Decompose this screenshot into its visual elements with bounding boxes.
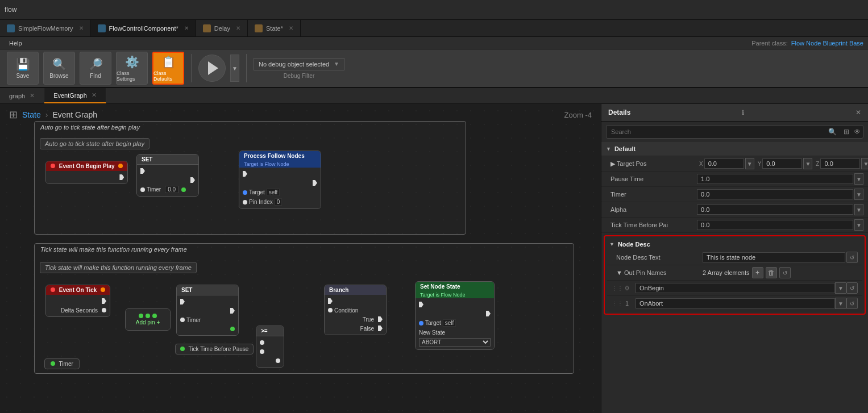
tab-close-flow-ctrl[interactable]: ✕ [184, 25, 189, 31]
pin-index-row: Pin Index 0 [239, 197, 321, 207]
grid-view-icon[interactable]: ⊞ [841, 126, 852, 138]
timer2-out [177, 324, 238, 333]
abort-select[interactable]: ABORT [416, 337, 494, 348]
x-spin[interactable]: ▼ [745, 158, 754, 169]
tab-close-delay[interactable]: ✕ [236, 25, 240, 31]
eye-icon[interactable]: 👁 [852, 126, 863, 138]
alpha-spin[interactable]: ▼ [854, 204, 863, 215]
target-val: self [267, 189, 280, 196]
add-circle-3 [152, 314, 157, 318]
node-event-begin-play[interactable]: Event On Begin Play [45, 161, 128, 184]
prop-timer: Timer ▼ [601, 187, 868, 202]
class-defaults-button[interactable]: 📋 Class Defaults [152, 52, 184, 85]
tab-event-graph[interactable]: EventGraph ✕ [44, 88, 106, 103]
process-subtitle: Target is Flow Node [239, 161, 321, 168]
details-close[interactable]: ✕ [855, 109, 861, 116]
add-pin-label[interactable]: Add pin + [129, 319, 167, 326]
pin-0-reset[interactable]: ↺ [846, 282, 858, 294]
prop-tick-time-value: ▼ [697, 219, 863, 231]
timer-bottom-node[interactable]: Timer [44, 358, 80, 369]
set-timer-pin: Timer 0.0 [137, 185, 198, 194]
prop-alpha-label: Alpha [606, 206, 697, 213]
node-branch-header: Branch [325, 285, 386, 295]
browse-button[interactable]: 🔍 Browse [43, 52, 75, 85]
y-spin[interactable]: ▼ [803, 158, 812, 169]
prop-node-desc-text-label: Node Desc Text [612, 254, 703, 261]
node-branch[interactable]: Branch Condition True False [324, 285, 387, 335]
exec-out [313, 180, 317, 186]
debug-object-select[interactable]: No debug object selected ▼ [254, 58, 344, 70]
timer-spin[interactable]: ▼ [854, 189, 863, 200]
node-set[interactable]: SET Timer 0.0 [136, 154, 199, 197]
menu-help[interactable]: Help [5, 40, 27, 47]
save-button[interactable]: 💾 Save [7, 52, 39, 85]
node-tick-before-pause[interactable]: Tick Time Before Pause [175, 344, 254, 354]
setstate-target-dot [419, 321, 423, 326]
out-pin-names-value: 2 Array elements + 🗑 ↺ [703, 267, 858, 278]
comment-inner-2: Tick state will make this function runni… [40, 262, 197, 273]
abort-dropdown[interactable]: ABORT [419, 338, 491, 347]
tab-graph[interactable]: graph ✕ [0, 88, 44, 103]
tab-graph-close[interactable]: ✕ [30, 92, 35, 99]
comment-text-2: Tick state will make this function runni… [35, 244, 574, 255]
xyz-x-group: X ▼ [697, 158, 754, 169]
gte-out-dot [276, 358, 280, 363]
search-bar[interactable]: 🔍 ⊞ 👁 [606, 125, 863, 139]
tab-icon-flow-ctrl [98, 24, 106, 32]
tab-simple-flow[interactable]: SimpleFlowMemory ✕ [0, 20, 91, 36]
pin-1-reset[interactable]: ↺ [846, 298, 858, 309]
tick-time-spin[interactable]: ▼ [854, 219, 863, 231]
node-set-2[interactable]: SET Timer [176, 285, 239, 336]
tab-flow-ctrl[interactable]: FlowControllComponent* ✕ [91, 20, 196, 36]
node-set-node-state[interactable]: Set Node State Target is Flow Node Targe… [415, 281, 495, 350]
graph-canvas[interactable]: ⊞ State › Event Graph Zoom -4 Auto go to… [0, 104, 601, 413]
prop-pause-time-value: ▼ [697, 173, 863, 185]
tick-time-input[interactable] [697, 220, 853, 230]
pause-time-spin[interactable]: ▼ [854, 173, 863, 185]
node-gte-header: >= [256, 326, 284, 336]
node-add-pin[interactable]: Add pin + [125, 308, 171, 331]
timer-input[interactable] [697, 189, 853, 199]
z-spin[interactable]: ▼ [861, 158, 868, 169]
pin-1-input[interactable] [636, 298, 835, 308]
alpha-input[interactable] [697, 205, 853, 215]
node-setstate-body: Target self New State ABORT [416, 298, 494, 349]
delete-pin-btn[interactable]: 🗑 [766, 267, 777, 278]
node-desc-text-reset[interactable]: ↺ [846, 252, 858, 263]
find-button[interactable]: 🔎 Find [80, 52, 111, 85]
play-button[interactable] [198, 55, 226, 82]
class-settings-button[interactable]: ⚙️ Class Settings [116, 52, 148, 85]
tab-state[interactable]: State* ✕ [248, 20, 301, 36]
node-event-tick[interactable]: Event On Tick Delta Seconds [45, 285, 110, 317]
section-default[interactable]: ▼ Default [601, 142, 868, 156]
target-pos-z[interactable] [820, 158, 860, 169]
pin-0-dropdown[interactable]: ▼ [835, 282, 846, 294]
exec2-out [230, 308, 235, 314]
debug-select-arrow: ▼ [334, 61, 339, 67]
node-process-follow[interactable]: Process Follow Nodes Target is Flow Node… [239, 151, 321, 209]
tab-close-state[interactable]: ✕ [289, 25, 293, 31]
details-title: Details [608, 109, 630, 116]
pin-0-input[interactable] [636, 283, 835, 293]
parent-class-label: Parent class: [751, 40, 788, 47]
prop-tick-time-label: Tick Time Before Pai [606, 222, 697, 228]
tab-event-graph-close[interactable]: ✕ [92, 91, 97, 99]
search-input[interactable] [607, 126, 824, 137]
node-desc-text-input[interactable] [703, 252, 845, 262]
setstate-target: Target self [416, 318, 494, 328]
prop-pause-time: Pause Time ▼ [601, 172, 868, 187]
play-dropdown[interactable]: ▼ [230, 55, 239, 82]
tab-close-simple-flow[interactable]: ✕ [79, 25, 84, 31]
target-pos-y[interactable] [762, 158, 802, 169]
event-dot-2 [118, 164, 123, 168]
pin-1-dropdown[interactable]: ▼ [835, 298, 846, 309]
node-gte[interactable]: >= [256, 326, 284, 368]
pin-1-row: ⋮⋮ 1 ▼ ↺ [607, 296, 862, 311]
add-pin-btn[interactable]: + [752, 267, 763, 278]
pin-reset-btn[interactable]: ↺ [779, 267, 791, 278]
process-exec-in [239, 169, 321, 178]
pause-time-input[interactable] [697, 174, 853, 184]
tab-delay[interactable]: Delay ✕ [196, 20, 248, 36]
tick-exec [102, 298, 106, 304]
target-pos-x[interactable] [704, 158, 744, 169]
